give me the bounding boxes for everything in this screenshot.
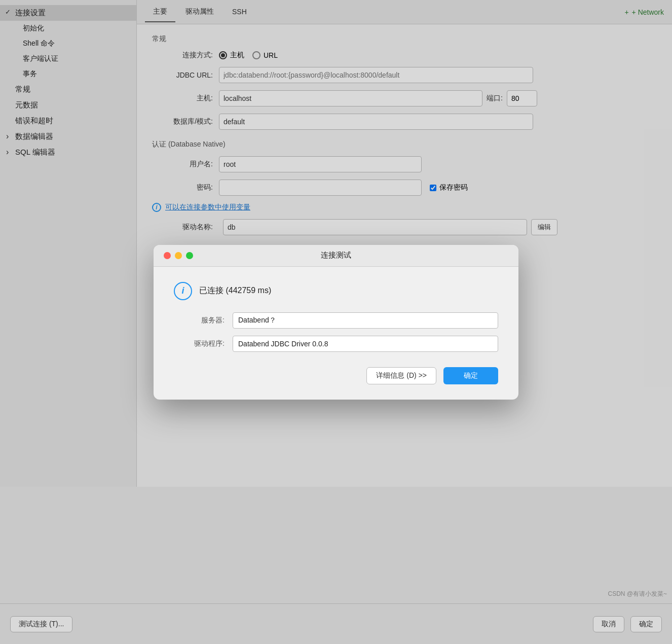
confirm-button[interactable]: 确定 — [443, 367, 498, 384]
window-controls — [164, 252, 193, 259]
modal-server-label: 服务器: — [174, 316, 225, 325]
modal-status-text: 已连接 (442759 ms) — [199, 285, 271, 296]
connection-test-modal: 连接测试 i 已连接 (442759 ms) 服务器: Databend？ — [154, 245, 518, 400]
modal-driver-label: 驱动程序: — [174, 339, 225, 348]
modal-status-row: i 已连接 (442759 ms) — [174, 282, 498, 300]
modal-actions: 详细信息 (D) >> 确定 — [174, 367, 498, 384]
modal-body: i 已连接 (442759 ms) 服务器: Databend？ 驱动程序: D… — [154, 267, 518, 400]
modal-title: 连接测试 — [321, 251, 351, 260]
modal-driver-value: Databend JDBC Driver 0.0.8 — [233, 336, 498, 352]
maximize-window-button[interactable] — [186, 252, 193, 259]
minimize-window-button[interactable] — [175, 252, 182, 259]
modal-info-icon: i — [174, 282, 192, 300]
modal-server-value: Databend？ — [233, 312, 498, 329]
modal-driver-row: 驱动程序: Databend JDBC Driver 0.0.8 — [174, 336, 498, 352]
close-window-button[interactable] — [164, 252, 171, 259]
modal-overlay: 连接测试 i 已连接 (442759 ms) 服务器: Databend？ — [0, 0, 672, 644]
details-button[interactable]: 详细信息 (D) >> — [366, 367, 436, 384]
modal-server-row: 服务器: Databend？ — [174, 312, 498, 329]
modal-title-bar: 连接测试 — [154, 245, 518, 267]
